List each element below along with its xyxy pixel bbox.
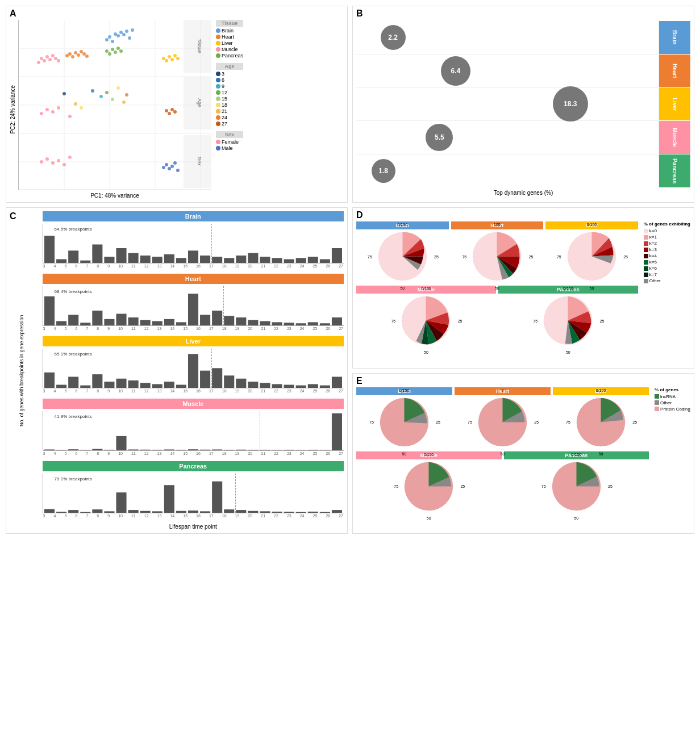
pie-label-0-100-brain-d: 0/100 — [398, 223, 408, 227]
svg-point-66 — [74, 102, 77, 106]
pie-e-liver-label-right: 25 — [632, 420, 637, 424]
bubble-muscle: 5.5 — [426, 124, 453, 151]
pca-legend: Tissue Brain Heart Liver Muscle Pancreas… — [216, 20, 243, 199]
svg-point-16 — [114, 32, 117, 36]
pie-e-brain-label-top: 0/100 — [399, 388, 410, 392]
svg-point-22 — [131, 28, 134, 32]
svg-point-24 — [111, 40, 114, 43]
svg-rect-180 — [176, 450, 186, 450]
bar-chart-title-heart: Heart — [43, 274, 344, 284]
svg-rect-101 — [128, 253, 138, 263]
pie-e-pancreas-label-right: 25 — [608, 484, 612, 488]
svg-rect-210 — [236, 510, 246, 513]
svg-point-28 — [77, 53, 80, 57]
pie-label-25-heart-d: 25 — [529, 254, 534, 258]
svg-rect-159 — [224, 375, 234, 388]
bar-chart-title-liver: Liver — [43, 336, 344, 346]
svg-rect-130 — [176, 322, 186, 325]
pie-e-liver: Liver 0/100 50 75 25 — [553, 387, 649, 449]
svg-rect-115 — [295, 258, 306, 263]
svg-point-20 — [125, 30, 128, 33]
svg-point-59 — [122, 101, 126, 104]
svg-rect-96 — [68, 250, 78, 263]
pie-e-pancreas: Pancreas 0/100 50 75 25 — [504, 451, 649, 513]
svg-point-39 — [40, 57, 43, 60]
svg-rect-124 — [104, 319, 114, 325]
svg-point-74 — [51, 161, 55, 165]
panel-e: E Brain 0/100 50 — [352, 373, 694, 534]
svg-rect-156 — [188, 354, 198, 388]
svg-rect-117 — [319, 260, 330, 263]
svg-rect-205 — [176, 511, 186, 513]
svg-point-56 — [105, 91, 109, 94]
svg-rect-200 — [116, 492, 126, 513]
svg-rect-175 — [116, 436, 126, 450]
svg-rect-95 — [56, 260, 66, 263]
pie-e-brain-label-left: 75 — [369, 420, 374, 424]
svg-point-68 — [165, 109, 168, 112]
svg-rect-170 — [56, 450, 66, 450]
svg-rect-218 — [331, 510, 341, 513]
pie-e-heart: Heart 0 50 75 25 — [455, 387, 551, 449]
pie-e-pancreas-label-top: 0/100 — [572, 453, 582, 457]
svg-point-19 — [122, 33, 126, 36]
svg-rect-134 — [224, 316, 234, 325]
svg-rect-153 — [152, 384, 162, 388]
svg-point-33 — [162, 57, 165, 60]
svg-point-26 — [71, 55, 74, 58]
svg-point-49 — [111, 48, 114, 51]
svg-point-35 — [168, 55, 171, 58]
breakpoint-text-brain: 64.5% breakpoints — [55, 227, 92, 232]
svg-point-54 — [91, 89, 94, 93]
svg-rect-105 — [176, 258, 186, 263]
svg-rect-162 — [260, 383, 270, 388]
pie-label-75-liver-d: 75 — [557, 254, 561, 258]
dashed-line-heart — [223, 286, 224, 325]
svg-point-27 — [74, 51, 77, 55]
pie-e-pancreas-label-bottom: 50 — [574, 516, 578, 520]
svg-rect-189 — [284, 450, 294, 450]
pie-e-liver-label-left: 75 — [566, 420, 570, 424]
breakpoint-text-pancreas: 79.1% breakpoints — [55, 476, 92, 482]
pie-d-liver-svg — [565, 229, 619, 283]
svg-point-43 — [51, 54, 55, 57]
svg-rect-147 — [80, 386, 90, 388]
svg-point-18 — [119, 31, 123, 34]
svg-point-78 — [162, 166, 165, 169]
svg-rect-143 — [331, 317, 341, 325]
svg-rect-154 — [164, 382, 174, 388]
tissue-label-liver-b: Liver — [672, 98, 678, 111]
svg-rect-161 — [248, 382, 258, 388]
svg-rect-140 — [295, 323, 306, 325]
svg-rect-172 — [80, 450, 90, 450]
svg-rect-114 — [284, 260, 294, 263]
pie-e-muscle-label-left: 75 — [394, 484, 398, 488]
svg-point-75 — [57, 159, 60, 162]
svg-rect-107 — [200, 256, 210, 263]
svg-rect-128 — [152, 321, 162, 325]
pie-label-25-pancreas-d: 25 — [600, 319, 605, 323]
svg-rect-106 — [188, 250, 198, 263]
svg-rect-129 — [164, 319, 174, 325]
breakpoint-text-liver: 65.1% breakpoints — [55, 351, 92, 357]
svg-point-65 — [68, 115, 72, 118]
tissue-label-heart-b: Heart — [672, 64, 678, 78]
svg-point-64 — [57, 106, 60, 110]
svg-rect-127 — [140, 320, 150, 325]
svg-rect-179 — [164, 450, 174, 450]
svg-rect-150 — [116, 379, 126, 388]
svg-point-67 — [80, 106, 83, 110]
dashed-line-liver — [211, 349, 212, 388]
svg-rect-165 — [295, 386, 306, 388]
svg-rect-177 — [140, 450, 150, 450]
svg-point-38 — [176, 57, 180, 60]
pie-label-25-brain-d: 25 — [434, 254, 439, 258]
svg-point-30 — [82, 52, 86, 56]
svg-rect-102 — [140, 256, 150, 263]
pie-e-pancreas-svg — [549, 459, 603, 513]
svg-rect-136 — [248, 320, 258, 325]
pie-label-0-100-liver-d: 0/100 — [587, 223, 597, 227]
panel-d: D Brain — [352, 207, 694, 369]
pie-e-heart-label-right: 25 — [534, 420, 539, 424]
pie-label-75-muscle-d: 75 — [391, 319, 395, 323]
